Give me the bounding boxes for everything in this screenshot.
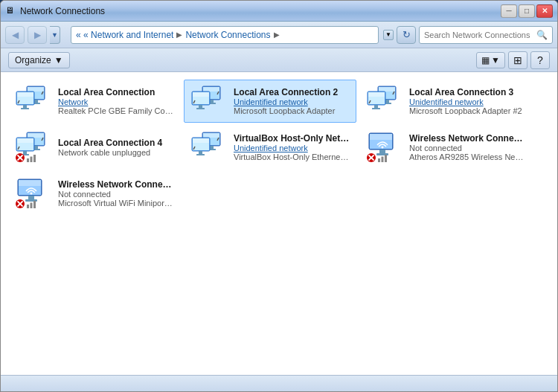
connection-name: Wireless Network Connection <box>409 133 525 144</box>
error-x-icon <box>15 152 25 163</box>
svg-rect-87 <box>27 205 29 208</box>
connection-status: Not connected <box>409 144 525 152</box>
connection-item-wnc[interactable]: Wireless Network Connection Not connecte… <box>359 126 532 169</box>
svg-rect-14 <box>203 87 219 91</box>
svg-rect-43 <box>17 138 33 143</box>
svg-rect-57 <box>210 146 214 149</box>
svg-rect-76 <box>382 157 384 163</box>
connection-info: VirtualBox Host-Only Network Unidentifie… <box>234 133 350 161</box>
svg-rect-8 <box>23 105 27 108</box>
breadcrumb-network-internet[interactable]: « « Network and Internet <box>76 30 173 40</box>
svg-rect-19 <box>193 92 209 97</box>
connection-adapter: Microsoft Loopback Adapter <box>234 106 350 115</box>
view-icon: ▦ <box>481 55 490 65</box>
maximize-button[interactable]: □ <box>519 4 535 18</box>
svg-rect-80 <box>19 180 41 186</box>
connection-status[interactable]: Unidentified network <box>234 97 350 106</box>
signal-bars-icon <box>26 152 36 163</box>
address-bar: ◀ ▶ ▼ « « Network and Internet ▶ Network… <box>1 22 557 48</box>
connections-grid: Local Area Connection Network Realtek PC… <box>1 72 557 375</box>
main-window: 🖥 Network Connections ─ □ ✕ ◀ ▶ ▼ « « Ne… <box>0 0 558 392</box>
connection-info: Local Area Connection 2 Unidentified net… <box>234 87 350 115</box>
search-icon[interactable]: 🔍 <box>536 30 548 40</box>
connection-adapter: Microsoft Virtual WiFi Miniport A... <box>58 199 174 208</box>
signal-bars-icon <box>26 199 36 209</box>
connection-name: Local Area Connection 2 <box>234 87 350 97</box>
view-button[interactable]: ▦ ▼ <box>476 52 505 68</box>
view-dropdown-icon: ▼ <box>491 55 500 65</box>
svg-rect-7 <box>17 92 33 97</box>
recent-button[interactable]: ▼ <box>50 26 60 44</box>
title-bar: 🖥 Network Connections ─ □ ✕ <box>1 1 557 22</box>
toolbar: Organize ▼ ▦ ▼ ⊞ ? <box>1 48 557 72</box>
svg-rect-68 <box>370 134 392 140</box>
connection-item-lac1[interactable]: Local Area Connection Network Realtek PC… <box>8 80 181 123</box>
svg-rect-27 <box>385 100 389 103</box>
error-x-icon <box>15 199 25 209</box>
connection-info: Wireless Network Connection 2 Not connec… <box>58 179 174 208</box>
svg-rect-32 <box>374 105 378 108</box>
connection-adapter: Realtek PCIe GBE Family Controller <box>58 106 174 115</box>
svg-rect-15 <box>210 100 214 103</box>
icon-wrapper <box>366 132 402 163</box>
organize-dropdown-icon: ▼ <box>54 55 63 65</box>
connection-item-vboxhost[interactable]: VirtualBox Host-Only Network Unidentifie… <box>184 126 356 169</box>
connection-adapter: Atheros AR9285 Wireless Network... <box>409 152 525 161</box>
connection-item-wnc2[interactable]: Wireless Network Connection 2 Not connec… <box>8 172 181 215</box>
svg-rect-52 <box>31 157 33 163</box>
connection-info: Local Area Connection 3 Unidentified net… <box>409 87 525 115</box>
svg-rect-89 <box>33 201 36 208</box>
refresh-button[interactable]: ↻ <box>397 26 416 44</box>
back-button[interactable]: ◀ <box>5 26 25 44</box>
svg-rect-77 <box>385 155 387 162</box>
help-button[interactable]: ? <box>530 51 550 69</box>
connection-status: Not connected <box>58 190 174 199</box>
connection-info: Local Area Connection 4 Network cable un… <box>58 138 174 157</box>
breadcrumb-sep-2: ▶ <box>274 30 280 39</box>
connection-status[interactable]: Unidentified network <box>409 97 525 106</box>
connection-item-lac2[interactable]: Local Area Connection 2 Unidentified net… <box>184 80 356 123</box>
connection-name: VirtualBox Host-Only Network <box>234 133 350 144</box>
icon-wrapper <box>15 132 51 163</box>
minimize-button[interactable]: ─ <box>501 4 517 18</box>
forward-button[interactable]: ▶ <box>28 26 47 44</box>
connection-name: Local Area Connection 4 <box>58 138 174 148</box>
svg-rect-38 <box>28 133 44 138</box>
svg-rect-39 <box>34 146 38 149</box>
icon-wrapper <box>15 86 51 117</box>
connection-adapter: Microsoft Loopback Adapter #2 <box>409 106 525 115</box>
organize-button[interactable]: Organize ▼ <box>8 52 70 68</box>
search-input[interactable] <box>424 30 533 39</box>
svg-rect-21 <box>196 108 205 109</box>
title-bar-left: 🖥 Network Connections <box>5 5 105 17</box>
svg-rect-63 <box>196 154 205 155</box>
connection-name: Local Area Connection <box>58 87 174 97</box>
pane-button[interactable]: ⊞ <box>508 51 527 69</box>
svg-rect-20 <box>199 105 202 108</box>
breadcrumb-dropdown-button[interactable]: ▼ <box>383 30 394 40</box>
icon-wrapper <box>366 86 402 117</box>
connection-status[interactable]: Unidentified network <box>234 144 350 152</box>
connection-name: Local Area Connection 3 <box>409 87 525 97</box>
pane-icon: ⊞ <box>513 54 522 66</box>
svg-rect-2 <box>28 87 44 91</box>
connection-status[interactable]: Network <box>58 97 174 106</box>
svg-rect-88 <box>31 203 33 209</box>
connection-status: Network cable unplugged <box>58 148 174 157</box>
svg-point-83 <box>31 193 33 195</box>
connection-name: Wireless Network Connection 2 <box>58 179 174 190</box>
icon-wrapper <box>15 178 51 209</box>
error-x-icon <box>366 152 376 163</box>
breadcrumb-sep-1: ▶ <box>176 30 182 39</box>
svg-rect-26 <box>379 87 395 91</box>
search-bar: 🔍 <box>419 26 553 44</box>
svg-point-71 <box>382 147 384 149</box>
svg-rect-53 <box>33 155 36 162</box>
breadcrumb-bar: « « Network and Internet ▶ Network Conne… <box>71 26 379 44</box>
connection-item-lac3[interactable]: Local Area Connection 3 Unidentified net… <box>359 80 532 123</box>
breadcrumb-network-connections[interactable]: Network Connections <box>185 30 270 40</box>
close-button[interactable]: ✕ <box>536 4 553 18</box>
svg-rect-31 <box>368 92 385 97</box>
status-bar <box>1 375 557 391</box>
connection-item-lac4[interactable]: Local Area Connection 4 Network cable un… <box>8 126 181 169</box>
